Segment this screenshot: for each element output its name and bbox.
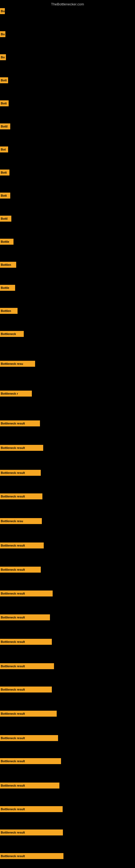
bar-item: Bottleneck result: [0, 853, 63, 859]
bottleneck-bar: Bottleneck resu: [0, 361, 35, 367]
bottleneck-bar: Bott: [0, 169, 9, 176]
bar-item: Bottleneck result: [0, 758, 61, 764]
bar-item: Bottleneck result: [0, 493, 42, 499]
bar-item: Bottleneck resu: [0, 518, 42, 524]
bottleneck-bar: Bott: [0, 193, 10, 198]
bar-item: Bo: [0, 54, 6, 60]
bar-item: Bottleneck resu: [0, 361, 35, 367]
bottleneck-bar: Bottleneck result: [0, 542, 44, 549]
bottleneck-bar: Bottleneck result: [0, 806, 63, 812]
bar-item: Bo: [0, 8, 5, 14]
bottleneck-bar: Bottleneck result: [0, 663, 54, 669]
bottleneck-bar: Bo: [0, 8, 5, 14]
bar-item: Bottlen: [0, 308, 17, 314]
bottleneck-bar: Bottleneck result: [0, 445, 43, 451]
bar-item: Bottleneck result: [0, 567, 41, 572]
bar-item: Bottleneck result: [0, 445, 43, 451]
bottleneck-bar: Bottl: [0, 123, 10, 129]
bar-item: Bo: [0, 31, 5, 37]
bar-item: Bottleneck: [0, 331, 24, 337]
bar-item: Bottleneck result: [0, 735, 58, 741]
bottleneck-bar: Bottleneck resu: [0, 518, 42, 524]
bottleneck-bar: Bottleneck result: [0, 853, 63, 859]
bar-item: Bottl: [0, 216, 11, 222]
bottleneck-bar: Bottleneck result: [0, 470, 41, 476]
bar-item: Bottleneck r: [0, 391, 32, 397]
bottleneck-bar: Bottl: [0, 216, 11, 222]
bar-item: Bottleneck result: [0, 470, 41, 476]
bottleneck-bar: Bottle: [0, 239, 13, 245]
bottleneck-bar: Bo: [0, 31, 5, 37]
bar-item: Bott: [0, 193, 10, 198]
bar-item: Bottleneck result: [0, 542, 44, 549]
bottleneck-bar: Bottleneck result: [0, 782, 59, 788]
bottleneck-bar: Bot: [0, 147, 8, 152]
bottleneck-bar: Bottleneck result: [0, 639, 52, 645]
bar-item: Bot: [0, 147, 8, 152]
bar-item: Bottleneck result: [0, 639, 52, 645]
bar-item: Bottleneck result: [0, 782, 59, 788]
site-title: TheBottlenecker.com: [51, 2, 84, 6]
bottleneck-bar: Bott: [0, 100, 9, 106]
bottleneck-bar: Bottlen: [0, 262, 16, 268]
bottleneck-bar: Bottleneck result: [0, 735, 58, 741]
bar-item: Bottl: [0, 123, 10, 129]
bar-item: Bott: [0, 169, 9, 176]
bar-item: Bottle: [0, 285, 15, 291]
bar-item: Bottleneck result: [0, 614, 50, 620]
bottleneck-bar: Bottleneck result: [0, 711, 57, 717]
bar-item: Bottleneck result: [0, 830, 63, 835]
bottleneck-bar: Bottle: [0, 285, 15, 291]
bar-item: Bottleneck result: [0, 590, 53, 596]
bottleneck-bar: Bottleneck result: [0, 421, 40, 426]
bottleneck-bar: Bo: [0, 54, 6, 60]
bar-item: Bottleneck result: [0, 686, 52, 692]
bottleneck-bar: Bott: [0, 77, 8, 83]
bottleneck-bar: Bottleneck result: [0, 567, 41, 572]
bottleneck-bar: Bottleneck result: [0, 758, 61, 764]
bottleneck-bar: Bottleneck result: [0, 493, 42, 499]
bottleneck-bar: Bottleneck result: [0, 590, 53, 596]
bottleneck-bar: Bottleneck result: [0, 830, 63, 835]
bottleneck-bar: Bottleneck r: [0, 391, 32, 397]
bar-item: Bottleneck result: [0, 711, 57, 717]
bottleneck-bar: Bottlen: [0, 308, 17, 314]
bottleneck-bar: Bottleneck: [0, 331, 24, 337]
bottleneck-bar: Bottleneck result: [0, 686, 52, 692]
bottleneck-bar: Bottleneck result: [0, 614, 50, 620]
bar-item: Bott: [0, 77, 8, 83]
bar-item: Bottleneck result: [0, 806, 63, 812]
bar-item: Bottlen: [0, 262, 16, 268]
bar-item: Bottle: [0, 239, 13, 245]
bar-item: Bottleneck result: [0, 421, 40, 426]
bar-item: Bottleneck result: [0, 663, 54, 669]
bar-item: Bott: [0, 100, 9, 106]
